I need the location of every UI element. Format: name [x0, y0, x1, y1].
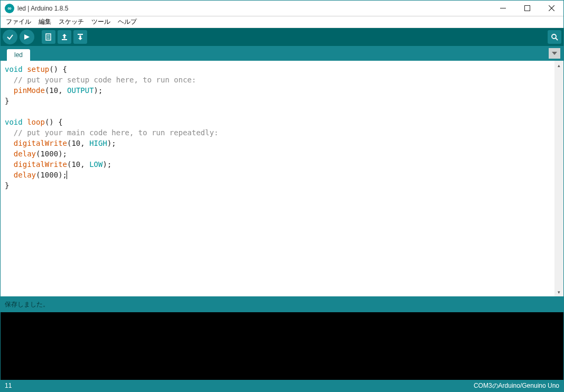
code-token [5, 171, 14, 179]
footer-bar: 11 COM3のArduino/Genuino Uno [1, 380, 563, 391]
save-button[interactable] [73, 30, 87, 44]
code-token: digitalWrite [14, 160, 67, 169]
status-bar: 保存しました。 [1, 296, 563, 312]
code-token: OUTPUT [67, 86, 94, 95]
svg-rect-13 [80, 35, 81, 38]
code-token: LOW [89, 160, 102, 169]
text-cursor [67, 171, 67, 179]
new-button[interactable] [42, 30, 55, 44]
tab-led[interactable]: led [7, 49, 30, 61]
code-token: delay [14, 150, 36, 158]
svg-marker-9 [62, 34, 67, 36]
minimize-button[interactable] [491, 1, 515, 16]
code-token [5, 150, 14, 158]
menubar: ファイル 編集 スケッチ ツール ヘルプ [1, 16, 563, 28]
code-comment: // put your main code here, to run repea… [5, 128, 219, 137]
code-comment: // put your setup code here, to run once… [5, 76, 196, 84]
code-token: loop [27, 118, 45, 126]
code-token: (10, [45, 86, 67, 95]
code-token: (10, [67, 139, 89, 147]
svg-marker-4 [24, 34, 30, 40]
tabbar: led [1, 46, 563, 61]
menu-sketch[interactable]: スケッチ [55, 16, 87, 27]
code-token: ); [107, 139, 116, 147]
code-token: void [5, 118, 23, 126]
scroll-track[interactable] [554, 70, 563, 287]
svg-marker-17 [552, 52, 557, 55]
arduino-icon: ∞ [5, 4, 14, 13]
menu-tools[interactable]: ツール [88, 16, 114, 27]
window-title: led | Arduino 1.8.5 [17, 5, 69, 12]
code-token: HIGH [89, 139, 107, 147]
titlebar: ∞ led | Arduino 1.8.5 [1, 1, 563, 16]
board-port-label: COM3のArduino/Genuino Uno [474, 381, 559, 390]
code-token [5, 160, 14, 169]
vertical-scrollbar[interactable]: ▴ ▾ [554, 61, 563, 296]
app-window: ∞ led | Arduino 1.8.5 ファイル 編集 スケッチ ツール ヘ… [0, 0, 564, 392]
menu-help[interactable]: ヘルプ [115, 16, 140, 27]
serial-monitor-button[interactable] [548, 30, 561, 44]
code-token: () { [49, 65, 67, 73]
menu-edit[interactable]: 編集 [35, 16, 54, 27]
status-message: 保存しました。 [5, 300, 49, 309]
line-number: 11 [5, 382, 12, 389]
maximize-button[interactable] [515, 1, 539, 16]
code-token: ); [102, 160, 111, 169]
code-token: (10, [67, 160, 89, 169]
code-token: delay [14, 171, 36, 179]
code-token: (1000); [36, 171, 67, 179]
close-button[interactable] [539, 1, 563, 16]
tab-menu-button[interactable] [549, 48, 560, 59]
svg-marker-12 [78, 38, 82, 40]
open-button[interactable] [58, 30, 71, 44]
code-token [5, 86, 14, 95]
code-editor[interactable]: void setup() { // put your setup code he… [1, 61, 554, 296]
console-output[interactable] [1, 312, 563, 380]
scroll-down-icon[interactable]: ▾ [554, 287, 563, 296]
code-token: digitalWrite [14, 139, 67, 147]
svg-rect-10 [64, 36, 65, 39]
svg-line-16 [556, 38, 558, 40]
scroll-up-icon[interactable]: ▴ [554, 61, 563, 70]
svg-rect-0 [500, 8, 506, 8]
code-token: } [5, 181, 9, 190]
svg-rect-11 [62, 39, 67, 40]
menu-file[interactable]: ファイル [3, 16, 34, 27]
code-token: void [5, 65, 23, 73]
code-token: () { [45, 118, 63, 126]
svg-rect-1 [524, 6, 530, 11]
code-token: setup [27, 65, 49, 73]
code-token: } [5, 97, 9, 105]
editor-area: void setup() { // put your setup code he… [1, 61, 563, 296]
code-token [5, 139, 14, 147]
svg-rect-14 [78, 34, 83, 35]
code-token: ); [94, 86, 103, 95]
code-token: pinMode [14, 86, 45, 95]
svg-point-15 [552, 34, 556, 39]
toolbar [1, 28, 563, 46]
verify-button[interactable] [3, 30, 17, 44]
upload-button[interactable] [20, 30, 34, 44]
code-token: (1000); [36, 150, 67, 158]
